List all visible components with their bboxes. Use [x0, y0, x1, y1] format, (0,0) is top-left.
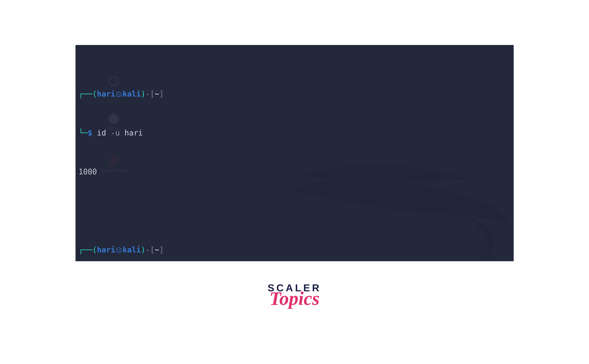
- svg-point-2: [119, 94, 120, 94]
- prompt-corner-bot: └─: [79, 128, 88, 137]
- prompt-paren-close: ): [141, 245, 146, 254]
- svg-point-5: [119, 249, 120, 250]
- scaler-topics-logo: SCALER Topics: [268, 282, 321, 305]
- prompt-sep-close: ]: [159, 245, 164, 254]
- command-name: id: [97, 128, 106, 137]
- prompt-line-1-bottom: └─$ id -u hari: [79, 128, 164, 138]
- command-arg: hari: [124, 128, 143, 137]
- prompt-cwd: ~: [155, 90, 159, 98]
- command-output: 1000: [79, 167, 164, 177]
- prompt-paren-close: ): [141, 90, 146, 98]
- terminal-screenshot: Home CherryTree ┌──(harikali)-[~] └─$ id…: [75, 45, 514, 261]
- logo-line-topics: Topics: [268, 292, 321, 305]
- prompt-paren-open: (: [92, 245, 97, 254]
- prompt-sep-close: ]: [159, 90, 164, 98]
- prompt-line-1-top: ┌──(harikali)-[~]: [79, 89, 164, 99]
- prompt-paren-open: (: [92, 90, 97, 98]
- prompt-sep-open: -[: [146, 245, 155, 254]
- prompt-line-2-top: ┌──(harikali)-[~]: [79, 245, 164, 255]
- svg-point-4: [118, 249, 119, 250]
- prompt-user: hari: [97, 245, 115, 254]
- prompt-user: hari: [97, 90, 115, 98]
- prompt-corner-top: ┌──: [79, 245, 92, 254]
- skull-icon: [116, 247, 122, 253]
- svg-point-1: [118, 94, 119, 94]
- prompt-host: kali: [122, 245, 141, 254]
- prompt-cwd: ~: [155, 245, 159, 254]
- prompt-host: kali: [122, 90, 141, 98]
- svg-point-0: [116, 92, 121, 97]
- prompt-corner-top: ┌──: [79, 90, 92, 98]
- terminal-output[interactable]: ┌──(harikali)-[~] └─$ id -u hari 1000 ┌─…: [79, 60, 164, 261]
- blank-line: [79, 206, 164, 216]
- kali-dragon-icon: [281, 142, 514, 261]
- prompt-sep-open: -[: [146, 90, 155, 98]
- prompt-symbol: $: [88, 128, 92, 137]
- skull-icon: [116, 91, 122, 97]
- command-flag: -u: [111, 128, 120, 137]
- svg-point-3: [116, 248, 121, 253]
